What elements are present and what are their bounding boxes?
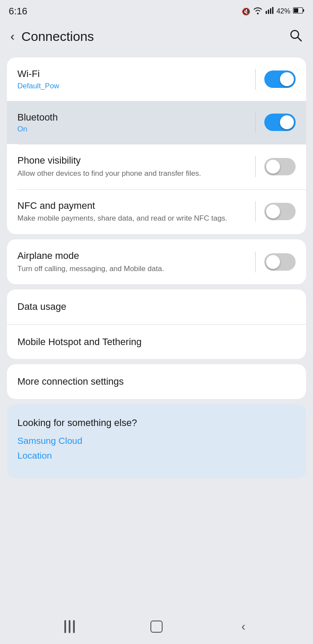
nfc-title: NFC and payment	[17, 200, 246, 212]
square-icon	[150, 621, 163, 633]
nfc-divider	[255, 201, 256, 222]
wifi-left: Wi-Fi Default_Pow	[17, 68, 255, 91]
status-bar: 6:16 🔇 42%	[0, 0, 313, 21]
airplane-title: Airplane mode	[17, 250, 246, 262]
wifi-toggle-track	[264, 70, 296, 88]
wifi-subtitle: Default_Pow	[17, 82, 246, 91]
airplane-toggle-thumb	[266, 255, 280, 269]
bluetooth-toggle-track	[264, 114, 296, 131]
bluetooth-subtitle: On	[17, 125, 246, 134]
phone-visibility-toggle-thumb	[266, 160, 280, 174]
wifi-row[interactable]: Wi-Fi Default_Pow	[7, 57, 306, 101]
data-usage-title: Data usage	[17, 301, 67, 312]
hotspot-row[interactable]: Mobile Hotspot and Tethering	[7, 324, 306, 359]
signal-icon	[265, 7, 274, 16]
content-area: Wi-Fi Default_Pow Bluetooth On	[0, 52, 313, 528]
bluetooth-toggle[interactable]	[264, 114, 296, 131]
nfc-toggle[interactable]	[264, 203, 296, 220]
more-connection-title: More connection settings	[17, 376, 124, 387]
svg-rect-0	[266, 11, 267, 14]
header-left: ‹ Connections	[9, 28, 94, 45]
svg-rect-3	[272, 7, 273, 14]
nav-home[interactable]	[143, 614, 170, 640]
phone-visibility-toggle-track	[264, 158, 296, 175]
nfc-toggle-track	[264, 203, 296, 220]
status-time: 6:16	[9, 6, 27, 17]
header: ‹ Connections	[0, 21, 313, 52]
phone-visibility-desc: Allow other devices to find your phone a…	[17, 168, 246, 179]
suggestion-card: Looking for something else? Samsung Clou…	[7, 404, 306, 478]
wifi-divider	[255, 69, 256, 90]
wifi-toggle-thumb	[280, 72, 294, 86]
svg-rect-2	[270, 8, 271, 14]
back-button[interactable]: ‹	[9, 28, 16, 45]
hotspot-title: Mobile Hotspot and Tethering	[17, 336, 142, 348]
nfc-row[interactable]: NFC and payment Make mobile payments, sh…	[7, 189, 306, 234]
bluetooth-row[interactable]: Bluetooth On	[7, 101, 306, 144]
group3-card: Data usage Mobile Hotspot and Tethering	[7, 289, 306, 359]
phone-visibility-divider	[255, 156, 256, 177]
wifi-toggle[interactable]	[264, 70, 296, 88]
airplane-toggle-track	[264, 253, 296, 271]
suggestion-title: Looking for something else?	[17, 417, 296, 429]
bluetooth-toggle-thumb	[280, 115, 294, 129]
airplane-left: Airplane mode Turn off calling, messagin…	[17, 250, 255, 274]
lines-icon	[64, 620, 75, 633]
back-arrow-icon: ‹	[241, 620, 245, 634]
wifi-status-icon	[253, 7, 263, 16]
bluetooth-left: Bluetooth On	[17, 111, 255, 134]
bottom-nav: ‹	[0, 609, 313, 644]
nav-back[interactable]: ‹	[230, 614, 256, 640]
group4-card: More connection settings	[7, 364, 306, 399]
svg-rect-6	[303, 9, 304, 12]
phone-visibility-row[interactable]: Phone visibility Allow other devices to …	[7, 144, 306, 189]
airplane-divider	[255, 252, 256, 272]
battery-percentage: 42%	[276, 7, 290, 15]
group2-card: Airplane mode Turn off calling, messagin…	[7, 239, 306, 284]
search-button[interactable]	[287, 27, 304, 47]
location-link[interactable]: Location	[17, 450, 296, 461]
mute-icon: 🔇	[242, 7, 250, 16]
airplane-toggle[interactable]	[264, 253, 296, 271]
airplane-row[interactable]: Airplane mode Turn off calling, messagin…	[7, 239, 306, 284]
phone-visibility-toggle[interactable]	[264, 158, 296, 175]
bluetooth-divider	[255, 112, 256, 133]
nfc-desc: Make mobile payments, share data, and re…	[17, 213, 246, 224]
svg-rect-5	[294, 8, 298, 13]
page-title: Connections	[21, 29, 94, 44]
status-icons: 🔇 42%	[242, 7, 304, 16]
airplane-desc: Turn off calling, messaging, and Mobile …	[17, 264, 246, 274]
battery-icon	[293, 7, 304, 15]
data-usage-row[interactable]: Data usage	[7, 289, 306, 324]
nfc-toggle-thumb	[266, 205, 280, 218]
samsung-cloud-link[interactable]: Samsung Cloud	[17, 436, 296, 446]
svg-line-8	[298, 37, 301, 41]
nfc-left: NFC and payment Make mobile payments, sh…	[17, 200, 255, 224]
svg-rect-1	[268, 10, 269, 14]
wifi-title: Wi-Fi	[17, 68, 246, 80]
phone-visibility-left: Phone visibility Allow other devices to …	[17, 154, 255, 178]
more-connection-row[interactable]: More connection settings	[7, 364, 306, 399]
bluetooth-title: Bluetooth	[17, 111, 246, 124]
nav-recent-apps[interactable]	[57, 614, 83, 640]
group1-card: Wi-Fi Default_Pow Bluetooth On	[7, 57, 306, 234]
phone-visibility-title: Phone visibility	[17, 154, 246, 167]
